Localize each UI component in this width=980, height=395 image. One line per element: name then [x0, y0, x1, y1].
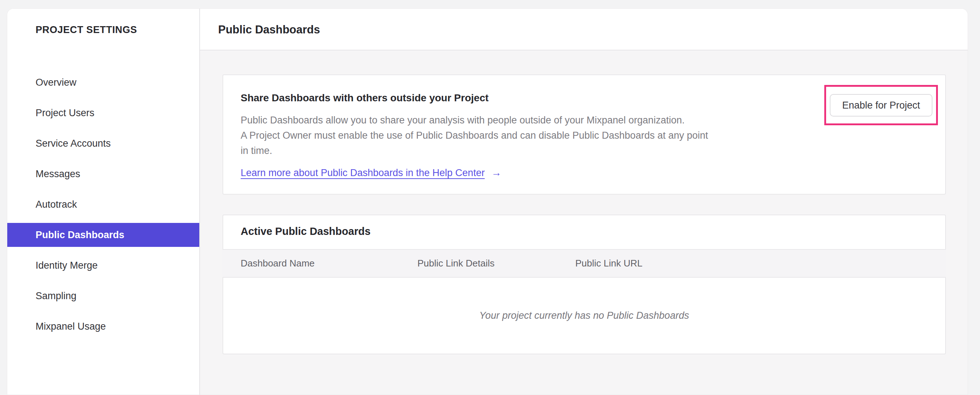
sidebar-item-public-dashboards[interactable]: Public Dashboards: [7, 223, 199, 247]
enable-for-project-button[interactable]: Enable for Project: [830, 94, 932, 116]
share-dashboards-card: Share Dashboards with others outside you…: [223, 75, 946, 194]
settings-window: PROJECT SETTINGS Overview Project Users …: [7, 8, 968, 395]
sidebar-item-messages[interactable]: Messages: [7, 162, 199, 186]
main-content: Public Dashboards Share Dashboards with …: [200, 9, 968, 395]
sidebar-title: PROJECT SETTINGS: [35, 22, 137, 38]
empty-state-message: Your project currently has no Public Das…: [479, 310, 689, 321]
share-card-description: Public Dashboards allow you to share you…: [241, 113, 708, 158]
column-header-public-link-url: Public Link URL: [575, 250, 643, 277]
sidebar-item-project-users[interactable]: Project Users: [7, 101, 199, 125]
dashboards-empty-state: Your project currently has no Public Das…: [223, 278, 945, 354]
share-card-description-line: in time.: [241, 143, 708, 158]
help-center-link-row: Learn more about Public Dashboards in th…: [241, 166, 501, 180]
share-card-heading: Share Dashboards with others outside you…: [241, 92, 488, 104]
active-dashboards-card: Active Public Dashboards Dashboard Name …: [223, 215, 946, 354]
help-center-link[interactable]: Learn more about Public Dashboards in th…: [241, 167, 485, 178]
project-settings-sidebar: PROJECT SETTINGS Overview Project Users …: [7, 9, 200, 395]
page-header: Public Dashboards: [200, 9, 968, 51]
annotation-highlight-box: Enable for Project: [824, 85, 938, 125]
sidebar-item-mixpanel-usage[interactable]: Mixpanel Usage: [7, 314, 199, 338]
arrow-right-icon: →: [491, 167, 501, 178]
share-card-description-line: Public Dashboards allow you to share you…: [241, 113, 708, 128]
share-card-description-line: A Project Owner must enable the use of P…: [241, 128, 708, 143]
sidebar-item-overview[interactable]: Overview: [7, 70, 199, 94]
sidebar-item-service-accounts[interactable]: Service Accounts: [7, 131, 199, 155]
active-dashboards-title: Active Public Dashboards: [241, 225, 371, 237]
sidebar-item-identity-merge[interactable]: Identity Merge: [7, 253, 199, 277]
page-title: Public Dashboards: [218, 9, 320, 51]
column-header-public-link-details: Public Link Details: [417, 250, 494, 277]
sidebar-nav: Overview Project Users Service Accounts …: [7, 70, 199, 345]
dashboards-table-header: Dashboard Name Public Link Details Publi…: [223, 249, 946, 278]
column-header-dashboard-name: Dashboard Name: [241, 250, 315, 277]
sidebar-item-autotrack[interactable]: Autotrack: [7, 193, 199, 217]
sidebar-item-sampling[interactable]: Sampling: [7, 284, 199, 308]
